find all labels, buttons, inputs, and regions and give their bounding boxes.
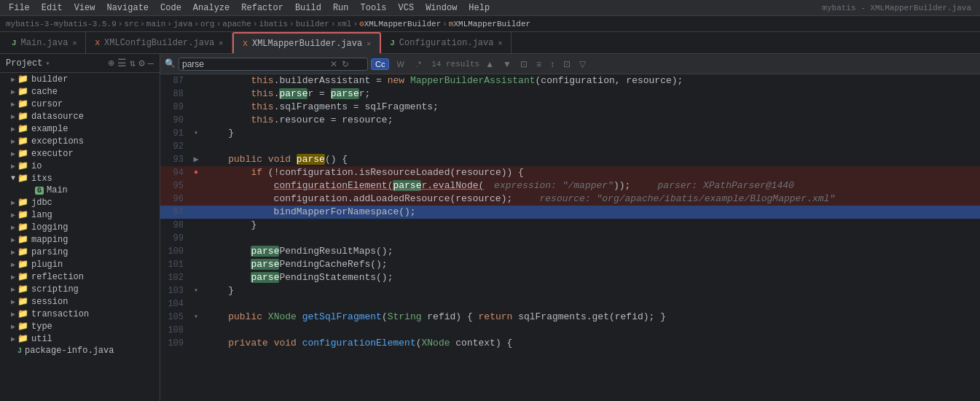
folder-icon: 📁 — [17, 284, 28, 295]
folder-icon: 📁 — [17, 111, 28, 122]
folder-icon: 📁 — [17, 173, 28, 184]
breadcrumb-part-6[interactable]: ibatis — [259, 20, 289, 28]
breadcrumb-method-icon: m — [449, 20, 454, 28]
code-line-95: 95 configurationElement(parser.evalNode(… — [160, 179, 980, 192]
sidebar-item-example[interactable]: ▶ 📁 example — [0, 122, 160, 135]
search-word-button[interactable]: W — [392, 58, 408, 70]
sidebar-item-package-info[interactable]: J package-info.java — [0, 345, 160, 357]
sidebar-item-type[interactable]: ▶ 📁 type — [0, 320, 160, 332]
breadcrumb-part-1[interactable]: src — [124, 20, 138, 28]
menu-item-refactor[interactable]: Refactor — [235, 1, 289, 15]
breadcrumb-part-2[interactable]: main — [146, 20, 165, 28]
sidebar-item-scripting[interactable]: ▶ 📁 scripting — [0, 283, 160, 295]
sidebar-item-parsing[interactable]: ▶ 📁 parsing — [0, 246, 160, 258]
code-line-103: 103 ▾ } — [160, 284, 980, 297]
search-input[interactable] — [182, 59, 328, 69]
search-expand-button[interactable]: ↕ — [547, 58, 557, 71]
sidebar-item-cache[interactable]: ▶ 📁 cache — [0, 85, 160, 98]
sidebar-item-plugin[interactable]: ▶ 📁 plugin — [0, 258, 160, 270]
sidebar-item-jdbc[interactable]: ▶ 📁 jdbc — [0, 196, 160, 209]
tab-xmlmapper[interactable]: X XMLMapperBuilder.java ✕ — [232, 32, 381, 53]
code-line-99: 99 — [160, 232, 980, 245]
breadcrumb-part-7[interactable]: builder — [296, 20, 329, 28]
fold-arrow-103[interactable]: ▾ — [194, 284, 198, 297]
tab-xmlmapper-close[interactable]: ✕ — [366, 39, 371, 48]
sidebar-add-icon[interactable]: ⊕ — [108, 57, 114, 69]
sidebar-item-datasource[interactable]: ▶ 📁 datasource — [0, 110, 160, 122]
search-case-button[interactable]: Cc — [371, 58, 389, 70]
sidebar-item-executor[interactable]: ▶ 📁 executor — [0, 147, 160, 160]
menu-item-tools[interactable]: Tools — [355, 1, 393, 15]
breadcrumb-part-8[interactable]: xml — [337, 20, 352, 28]
expand-arrow: ▶ — [9, 100, 17, 109]
menu-item-run[interactable]: Run — [327, 1, 355, 15]
search-filter2-button[interactable]: ⊡ — [560, 58, 573, 71]
search-prev-button[interactable]: ▲ — [482, 58, 497, 71]
search-next-button[interactable]: ▼ — [500, 58, 514, 71]
breadcrumb-part-3[interactable]: java — [173, 20, 192, 28]
fold-arrow-91[interactable]: ▾ — [194, 127, 198, 140]
tab-configuration-close[interactable]: ✕ — [498, 39, 502, 47]
search-clear-button[interactable]: ✕ — [328, 59, 340, 69]
sidebar-settings-icon[interactable]: ⚙ — [138, 57, 144, 69]
sidebar-item-reflection[interactable]: ▶ 📁 reflection — [0, 270, 160, 283]
menu-item-help[interactable]: Help — [463, 1, 495, 15]
sidebar-item-exceptions[interactable]: ▶ 📁 exceptions — [0, 135, 160, 147]
java-file-icon: J — [17, 347, 22, 355]
code-line-100: 100 parsePendingResultMaps(); — [160, 245, 980, 258]
sidebar-item-cursor[interactable]: ▶ 📁 cursor — [0, 98, 160, 110]
tab-main-close[interactable]: ✕ — [72, 39, 77, 47]
search-regex-toggle[interactable]: .* — [412, 58, 426, 70]
menu-item-window[interactable]: Window — [420, 1, 463, 15]
expand-arrow: ▶ — [9, 273, 17, 281]
sidebar-item-session[interactable]: ▶ 📁 session — [0, 295, 160, 308]
sidebar-item-logging[interactable]: ▶ 📁 logging — [0, 221, 160, 233]
breadcrumb-part-10: XMLMapperBuilder — [453, 20, 530, 28]
menu-item-vcs[interactable]: VCS — [393, 1, 420, 15]
tab-xml-icon: X — [95, 39, 100, 47]
tab-xmlmapper-label: XMLMapperBuilder.java — [252, 39, 362, 49]
search-close-button[interactable]: ▽ — [576, 58, 589, 71]
menu-item-navigate[interactable]: Navigate — [101, 1, 154, 15]
code-editor[interactable]: 87 this.builderAssistant = new MapperBui… — [160, 74, 980, 401]
breadcrumb-part-0[interactable]: mybatis-3-mybatis-3.5.9 — [6, 20, 117, 28]
breadcrumb-part-5[interactable]: apache — [222, 20, 251, 28]
search-regex-button[interactable]: ↻ — [340, 59, 351, 69]
menu-item-edit[interactable]: Edit — [36, 1, 68, 15]
expand-arrow: ▶ — [9, 310, 17, 319]
sidebar-item-util[interactable]: ▶ 📁 util — [0, 332, 160, 345]
search-options-button[interactable]: ≡ — [533, 58, 544, 71]
sidebar-sort-icon[interactable]: ⇅ — [130, 57, 136, 69]
expand-arrow: ▶ — [9, 297, 17, 306]
sidebar-minimize-icon[interactable]: — — [148, 58, 154, 69]
fold-arrow-105[interactable]: ▾ — [194, 311, 198, 324]
sidebar-item-mapping[interactable]: ▶ 📁 mapping — [0, 233, 160, 246]
menu-item-code[interactable]: Code — [154, 1, 187, 15]
tab-xmlconfig-label: XMLConfigBuilder.java — [104, 38, 214, 48]
expand-arrow: ▶ — [9, 87, 17, 96]
tab-xmlconfig[interactable]: X XMLConfigBuilder.java ✕ — [86, 32, 232, 53]
menu-item-view[interactable]: View — [68, 1, 101, 15]
tab-configuration[interactable]: J Configuration.java ✕ — [381, 32, 511, 53]
folder-icon: 📁 — [17, 333, 28, 344]
sidebar-list-icon[interactable]: ☰ — [117, 57, 127, 69]
menu-item-file[interactable]: File — [3, 1, 36, 15]
sidebar-item-lang[interactable]: ▶ 📁 lang — [0, 209, 160, 221]
search-filter-button[interactable]: ⊡ — [517, 58, 530, 71]
breadcrumb-part-4[interactable]: org — [200, 20, 215, 28]
tab-main[interactable]: J Main.java ✕ — [3, 32, 86, 53]
menu-item-analyze[interactable]: Analyze — [187, 1, 235, 15]
tab-xmlconfig-close[interactable]: ✕ — [219, 39, 223, 47]
expand-arrow: ▶ — [9, 211, 17, 219]
sidebar-item-transaction[interactable]: ▶ 📁 transaction — [0, 308, 160, 320]
sidebar-item-builder[interactable]: ▶ 📁 builder — [0, 73, 160, 85]
breadcrumb-part-9[interactable]: XMLMapperBuilder — [364, 20, 442, 28]
sidebar-item-itxs[interactable]: ▼ 📁 itxs — [0, 172, 160, 184]
tab-xml-icon-active: X — [243, 39, 248, 48]
breakpoint-94[interactable]: ● — [194, 166, 198, 179]
folder-icon: 📁 — [17, 259, 28, 270]
sidebar-item-main[interactable]: G Main — [0, 184, 160, 196]
folder-icon: 📁 — [17, 296, 28, 307]
sidebar-item-io[interactable]: ▶ 📁 io — [0, 160, 160, 172]
menu-item-build[interactable]: Build — [289, 1, 327, 15]
